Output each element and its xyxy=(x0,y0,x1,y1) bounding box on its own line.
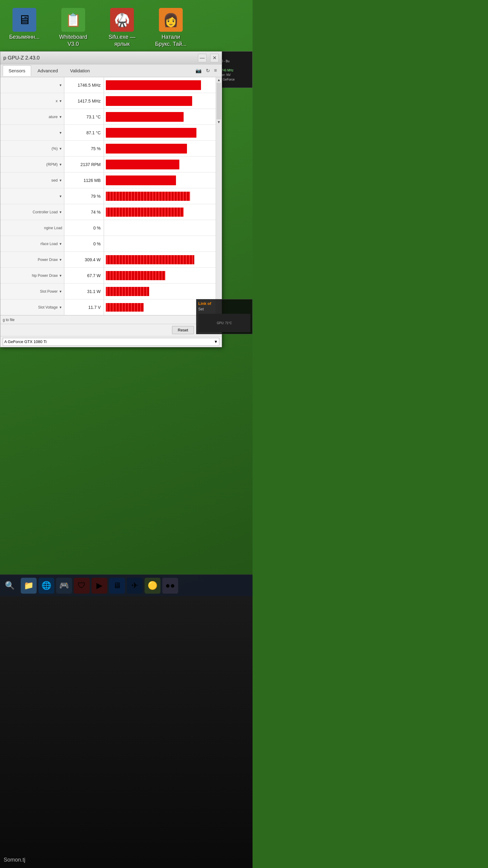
natali-label: НаталиБрукс. Тай... xyxy=(155,34,187,47)
bar-ctrl-load xyxy=(106,208,184,217)
bezymyann-label: Безымянн... xyxy=(9,34,40,40)
sensor-value-fan-pct: 75 % xyxy=(64,141,104,156)
sensors-scrollbar[interactable]: ▲ ▼ xyxy=(216,77,222,315)
dropdown-slot-power[interactable]: ▼ xyxy=(59,290,62,293)
sifu-icon: 🥋 xyxy=(110,8,134,32)
natali-icon: 👩 xyxy=(159,8,183,32)
watermark: Somon.tj xyxy=(4,857,25,863)
refresh-icon[interactable]: ↻ xyxy=(206,68,210,73)
log-text: g to file xyxy=(3,318,14,322)
taskbar-monitor-icon[interactable]: 🖥 xyxy=(109,578,125,594)
sensor-graph-gpu-clock xyxy=(104,77,216,93)
sensor-row-ctrl-load: Controller Load ▼ 74 % xyxy=(0,204,216,220)
bar-power-draw xyxy=(106,255,194,264)
sensors-container: ▼ 1746.5 MHz x ▼ 1417.5 xyxy=(0,77,222,315)
bar-temp2 xyxy=(106,128,196,138)
dropdown-gpu-load[interactable]: ▼ xyxy=(59,194,62,198)
sensor-row-temp2: ▼ 87.1 °C xyxy=(0,125,216,141)
taskbar-plane-icon[interactable]: ✈ xyxy=(127,578,143,594)
desktop-icon-natali[interactable]: 👩 НаталиБрукс. Тай... xyxy=(147,5,195,50)
furmark-mini-graph: GPU: 71°C xyxy=(198,314,251,332)
search-button[interactable]: 🔍 xyxy=(1,577,18,594)
dropdown-power-draw[interactable]: ▼ xyxy=(59,258,62,261)
desktop-icon-whiteboard[interactable]: 📋 WhiteboardV3.0 xyxy=(49,5,98,50)
taskbar-steam-icon[interactable]: 🎮 xyxy=(56,578,72,594)
dropdown-chip-power[interactable]: ▼ xyxy=(59,274,62,277)
tab-validation[interactable]: Validation xyxy=(64,65,96,76)
desktop-icon-bezymyann[interactable]: 🖥 Безымянн... xyxy=(0,5,49,43)
reset-button[interactable]: Reset xyxy=(172,326,194,334)
sensor-label-text-9: Controller Load xyxy=(33,210,58,214)
sensor-value-fan-rpm: 2137 RPM xyxy=(64,157,104,172)
sensor-label-gpu-clock: ▼ xyxy=(0,77,64,93)
sensor-row-slot-voltage: Slot Voltage ▼ 11.7 V xyxy=(0,300,216,315)
sensor-row-chip-power: hip Power Draw ▼ 67.7 W xyxy=(0,268,216,283)
dropdown-gpu-clock[interactable]: ▼ xyxy=(59,83,62,87)
sensor-label-text-12: Power Draw xyxy=(38,257,58,262)
sensor-value-gpu-load: 79 % xyxy=(64,188,104,204)
taskbar-arrow-icon[interactable]: ▶ xyxy=(92,578,107,594)
sensor-label-text-5: (%) xyxy=(52,146,58,151)
dropdown-temp1[interactable]: ▼ xyxy=(59,115,62,119)
dropdown-slot-voltage[interactable]: ▼ xyxy=(59,306,62,309)
dropdown-mem-used[interactable]: ▼ xyxy=(59,179,62,182)
scroll-up-arrow[interactable]: ▲ xyxy=(216,77,222,82)
taskbar-files-icon[interactable]: 📁 xyxy=(21,578,37,594)
camera-icon[interactable]: 📷 xyxy=(196,68,202,73)
dropdown-fan-rpm[interactable]: ▼ xyxy=(59,163,62,166)
sensor-label-ctrl-load: Controller Load ▼ xyxy=(0,204,64,220)
sensor-label-surf-load: rface Load ▼ xyxy=(0,236,64,251)
sensor-label-power-draw: Power Draw ▼ xyxy=(0,252,64,267)
dropdown-fan-pct[interactable]: ▼ xyxy=(59,147,62,151)
sensor-row-power-draw: Power Draw ▼ 309.4 W xyxy=(0,252,216,268)
sensor-value-surf-load: 0 % xyxy=(64,236,104,251)
sensor-row-gpu-load: ▼ 79 % xyxy=(0,188,216,204)
bar-mem-clock xyxy=(106,96,192,106)
sensor-value-engine-load: 0 % xyxy=(64,220,104,236)
sensor-value-power-draw: 309.4 W xyxy=(64,252,104,267)
sensor-value-gpu-clock: 1746.5 MHz xyxy=(64,77,104,93)
sensor-value-ctrl-load: 74 % xyxy=(64,204,104,220)
taskbar-edge-icon[interactable]: 🌐 xyxy=(38,578,54,594)
bar-fan-pct xyxy=(106,144,187,154)
sensor-label-fan-pct: (%) ▼ xyxy=(0,141,64,156)
desktop-icon-sifu[interactable]: 🥋 Sifu.exe —ярлык xyxy=(98,5,147,50)
sensor-graph-temp2 xyxy=(104,125,216,141)
log-row: g to file xyxy=(0,315,222,324)
close-button[interactable]: ✕ xyxy=(210,54,219,62)
gpu-selector-dropdown[interactable]: A GeForce GTX 1080 Ti ▼ xyxy=(3,338,219,346)
sensor-value-mem-used: 1126 MB xyxy=(64,173,104,188)
dropdown-temp2[interactable]: ▼ xyxy=(59,131,62,134)
gpu-selector-value: A GeForce GTX 1080 Ti xyxy=(4,339,47,344)
tab-sensors[interactable]: Sensors xyxy=(3,65,31,76)
taskbar-extra-icon[interactable]: ●● xyxy=(162,578,178,594)
sensor-row-mem-used: sed ▼ 1126 MB xyxy=(0,173,216,188)
sensor-graph-gpu-load xyxy=(104,188,216,204)
sensor-row-engine-load: ngine Load 0 % xyxy=(0,220,216,236)
tab-advanced[interactable]: Advanced xyxy=(32,65,64,76)
sensor-label-fan-rpm: (RPM) ▼ xyxy=(0,157,64,172)
scroll-down-arrow[interactable]: ▼ xyxy=(216,120,222,125)
sensor-label-gpu-load: ▼ xyxy=(0,188,64,204)
sensor-label-text-3: ature xyxy=(48,115,58,119)
sensor-graph-fan-rpm xyxy=(104,157,216,172)
bar-gpu-clock xyxy=(106,80,201,90)
sensor-graph-engine-load xyxy=(104,220,216,236)
dropdown-ctrl-load[interactable]: ▼ xyxy=(59,210,62,214)
sensor-value-temp1: 73.1 °C xyxy=(64,109,104,125)
minimize-button[interactable]: — xyxy=(198,54,206,62)
taskbar-chrome-icon[interactable]: 🟡 xyxy=(144,578,160,594)
gpu-selector-row: A GeForce GTX 1080 Ti ▼ xyxy=(0,336,222,347)
taskbar-shield-icon[interactable]: 🛡 xyxy=(74,578,90,594)
gpuz-controls: — ✕ xyxy=(198,54,219,62)
dropdown-surf-load[interactable]: ▼ xyxy=(59,242,62,246)
sensor-label-slot-power: Slot Power ▼ xyxy=(0,283,64,299)
sensor-value-temp2: 87.1 °C xyxy=(64,125,104,141)
sensor-label-text-14: Slot Power xyxy=(40,289,58,293)
menu-icon[interactable]: ≡ xyxy=(214,68,217,73)
gpu-selector-arrow: ▼ xyxy=(214,339,218,344)
sensor-label-engine-load: ngine Load xyxy=(0,220,64,236)
bar-gpu-load xyxy=(106,192,190,201)
desktop-icon-area: 🖥 Безымянн... 📋 WhiteboardV3.0 🥋 Sifu.ex… xyxy=(0,0,253,50)
dropdown-mem-clock[interactable]: ▼ xyxy=(59,99,62,103)
